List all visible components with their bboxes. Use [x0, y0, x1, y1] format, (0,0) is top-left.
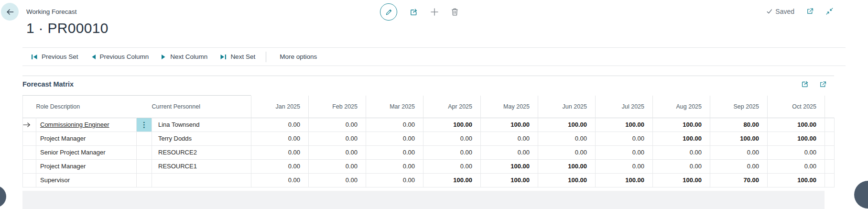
forecast-value-cell[interactable]: 0.00 — [768, 145, 825, 159]
month-column-header[interactable]: Jul 2025 — [596, 96, 653, 118]
forecast-value-cell[interactable]: 100.00 — [481, 118, 538, 132]
forecast-value-cell[interactable]: 100.00 — [653, 132, 710, 145]
role-description-text[interactable]: Senior Project Manager — [40, 149, 106, 156]
row-menu-button[interactable] — [137, 159, 152, 173]
forecast-value-cell[interactable]: 100.00 — [653, 118, 710, 132]
forecast-value-cell[interactable]: 100.00 — [538, 173, 596, 187]
month-column-header[interactable]: Oct 2025 — [768, 96, 825, 118]
role-description-cell[interactable]: Supervisor — [36, 173, 137, 187]
forecast-value-cell[interactable]: 0.00 — [481, 132, 538, 145]
forecast-value-cell[interactable]: 0.00 — [366, 159, 423, 173]
forecast-value-cell[interactable]: 0.00 — [309, 118, 366, 132]
matrix-share-button[interactable] — [801, 80, 809, 88]
share-button[interactable] — [409, 8, 418, 17]
role-description-text[interactable]: Supervisor — [40, 176, 70, 184]
current-personnel-cell[interactable] — [152, 173, 251, 187]
current-personnel-cell[interactable]: Terry Dodds — [152, 132, 251, 145]
forecast-value-cell[interactable]: 100.00 — [768, 173, 825, 187]
forecast-value-cell[interactable]: 0.00 — [251, 173, 309, 187]
month-column-header[interactable]: May 2025 — [481, 96, 538, 118]
forecast-value-cell[interactable]: 0.00 — [423, 132, 481, 145]
role-description-text[interactable]: Project Manager — [40, 163, 86, 170]
forecast-value-cell[interactable]: 100.00 — [538, 118, 596, 132]
more-options-button[interactable]: More options — [275, 51, 322, 62]
role-description-header[interactable]: Role Description — [36, 96, 137, 118]
forecast-value-cell[interactable]: 100.00 — [768, 132, 825, 145]
current-personnel-header[interactable]: Current Personnel — [152, 96, 251, 118]
forecast-value-cell[interactable]: 100.00 — [481, 159, 538, 173]
forecast-value-cell[interactable]: 100.00 — [596, 118, 653, 132]
month-column-header[interactable]: Mar 2025 — [366, 96, 423, 118]
edit-button[interactable] — [380, 3, 397, 21]
role-description-text[interactable]: Project Manager — [40, 135, 86, 142]
row-menu-button[interactable] — [137, 145, 152, 159]
month-column-header[interactable]: Aug 2025 — [653, 96, 710, 118]
role-description-text[interactable]: Commissioning Engineer — [40, 121, 109, 128]
forecast-value-cell[interactable]: 0.00 — [481, 145, 538, 159]
forecast-value-cell[interactable]: 100.00 — [710, 132, 768, 145]
forecast-value-cell[interactable]: 100.00 — [481, 173, 538, 187]
current-personnel-cell[interactable]: RESOURCE2 — [152, 145, 251, 159]
forecast-value-cell[interactable]: 0.00 — [309, 132, 366, 145]
scroll-right-button[interactable] — [854, 181, 868, 209]
forecast-value-cell[interactable]: 100.00 — [423, 173, 481, 187]
forecast-value-cell[interactable]: 0.00 — [423, 159, 481, 173]
month-column-header[interactable]: Jun 2025 — [538, 96, 596, 118]
month-column-header[interactable]: Sep 2025 — [710, 96, 768, 118]
collapse-page-button[interactable] — [825, 7, 834, 15]
forecast-value-cell[interactable]: 0.00 — [710, 145, 768, 159]
forecast-value-cell[interactable]: 100.00 — [768, 118, 825, 132]
role-description-cell[interactable]: Senior Project Manager — [36, 145, 137, 159]
forecast-value-cell[interactable]: 0.00 — [366, 118, 423, 132]
forecast-value-cell[interactable]: 0.00 — [596, 145, 653, 159]
open-in-new-window-button[interactable] — [806, 7, 814, 15]
forecast-value-cell[interactable]: 0.00 — [653, 159, 710, 173]
forecast-value-cell[interactable]: 0.00 — [251, 118, 309, 132]
back-button[interactable] — [1, 3, 19, 21]
forecast-value-cell[interactable]: 80.00 — [710, 118, 768, 132]
forecast-value-cell[interactable]: 0.00 — [309, 173, 366, 187]
forecast-value-cell[interactable]: 0.00 — [423, 145, 481, 159]
previous-set-button[interactable]: Previous Set — [28, 51, 84, 62]
forecast-value-cell[interactable]: 0.00 — [768, 159, 825, 173]
forecast-value-cell[interactable]: 0.00 — [366, 132, 423, 145]
forecast-value-cell[interactable]: 100.00 — [423, 118, 481, 132]
matrix-popout-button[interactable] — [819, 80, 827, 88]
forecast-value-cell[interactable]: 0.00 — [251, 145, 309, 159]
forecast-value-cell[interactable]: 100.00 — [538, 159, 596, 173]
role-description-cell[interactable]: Project Manager — [36, 132, 137, 145]
forecast-value-cell[interactable]: 0.00 — [710, 159, 768, 173]
add-button[interactable] — [430, 8, 439, 16]
forecast-value-cell[interactable]: 100.00 — [596, 173, 653, 187]
row-menu-button[interactable]: ⋮ — [137, 118, 152, 132]
current-personnel-cell[interactable]: RESOURCE1 — [152, 159, 251, 173]
next-set-button[interactable]: Next Set — [217, 51, 261, 62]
row-menu-button[interactable] — [137, 132, 152, 145]
month-column-header[interactable]: Jan 2025 — [251, 96, 309, 118]
role-description-cell[interactable]: Project Manager — [36, 159, 137, 173]
delete-button[interactable] — [451, 8, 459, 16]
forecast-value-cell[interactable]: 0.00 — [538, 132, 596, 145]
forecast-value-cell[interactable]: 70.00 — [710, 173, 768, 187]
forecast-value-cell[interactable]: 0.00 — [309, 145, 366, 159]
role-description-cell[interactable]: Commissioning Engineer — [36, 118, 137, 132]
forecast-value-cell[interactable]: 0.00 — [596, 132, 653, 145]
current-personnel-cell[interactable]: Lina Townsend — [152, 118, 251, 132]
scroll-left-button[interactable] — [0, 186, 6, 208]
forecast-value-cell[interactable]: 0.00 — [653, 145, 710, 159]
forecast-value-cell[interactable]: 0.00 — [538, 145, 596, 159]
forecast-value-cell[interactable]: 0.00 — [366, 145, 423, 159]
forecast-value-cell[interactable]: 0.00 — [309, 159, 366, 173]
forecast-value-cell[interactable]: 0.00 — [251, 159, 309, 173]
forecast-value-cell[interactable]: 0.00 — [251, 132, 309, 145]
forecast-value-cell[interactable]: 0.00 — [366, 173, 423, 187]
share-icon — [801, 80, 809, 88]
next-column-button[interactable]: Next Column — [158, 51, 213, 62]
plus-icon — [430, 8, 439, 16]
previous-column-button[interactable]: Previous Column — [88, 51, 155, 62]
row-menu-button[interactable] — [137, 173, 152, 187]
forecast-value-cell[interactable]: 100.00 — [653, 173, 710, 187]
month-column-header[interactable]: Apr 2025 — [423, 96, 481, 118]
month-column-header[interactable]: Feb 2025 — [309, 96, 366, 118]
forecast-value-cell[interactable]: 0.00 — [596, 159, 653, 173]
